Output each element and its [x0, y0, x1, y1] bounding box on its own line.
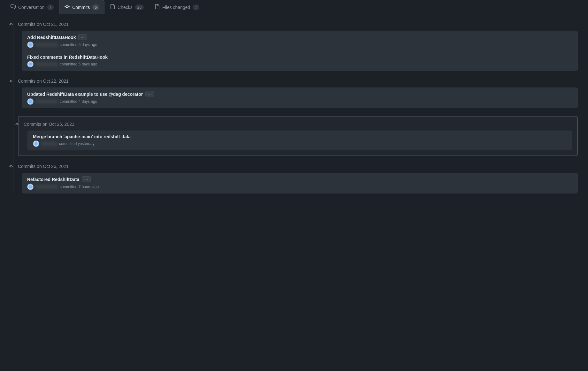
commit-dots-button[interactable]: ··· [145, 91, 154, 97]
commit-info: Merge branch 'apache:main' into redshift… [33, 134, 567, 147]
username-blur [35, 43, 58, 47]
tab-bar: Conversation 7 Commits 6 Checks 28 Files… [0, 0, 588, 14]
tab-files-changed[interactable]: Files changed 7 [149, 0, 205, 14]
commit-info: Updated RedshiftData example to use @dag… [27, 91, 572, 105]
commit-meta: committed yesterday [33, 140, 567, 147]
tab-label: Files changed [162, 5, 190, 10]
username-blur [35, 62, 58, 66]
commit-dots-button[interactable]: ··· [78, 34, 87, 40]
date-label: Commits on Oct 21, 2021 [18, 22, 69, 27]
commit-group-2: Commits on Oct 25, 2021 Merge branch 'ap… [18, 116, 578, 156]
tab-badge-checks: 28 [135, 4, 144, 10]
commit-dot-icon [9, 164, 14, 169]
username-blur [41, 142, 57, 146]
commits-container: Refactored RedshiftData ··· committed 7 … [22, 173, 578, 193]
avatar [27, 61, 34, 67]
timeline: Commits on Oct 21, 2021 Add RedshiftData… [10, 22, 578, 193]
committed-text: committed 7 hours ago [60, 185, 99, 189]
commits-container: Merge branch 'apache:main' into redshift… [27, 131, 572, 150]
avatar [27, 184, 34, 190]
commit-row: Fixed comments in RedshiftDataHook commi… [22, 51, 577, 71]
highlighted-group: Commits on Oct 25, 2021 Merge branch 'ap… [18, 116, 578, 156]
commit-title: Refactored RedshiftData ··· [27, 176, 572, 182]
commit-title: Add RedshiftDataHook ··· [27, 34, 572, 40]
tab-label: Checks [118, 5, 133, 10]
checks-icon [110, 4, 115, 10]
commit-title: Fixed comments in RedshiftDataHook [27, 55, 572, 60]
commit-title-text: Refactored RedshiftData [27, 177, 79, 182]
date-label: Commits on Oct 22, 2021 [18, 79, 69, 84]
committed-text: committed 5 days ago [60, 42, 97, 47]
commit-group-1: Commits on Oct 22, 2021 Updated Redshift… [18, 79, 578, 108]
commit-meta: committed 4 days ago [27, 98, 572, 105]
commit-dots-button[interactable]: ··· [82, 176, 91, 182]
commit-dot-icon [9, 22, 14, 27]
tab-label: Conversation [18, 5, 45, 10]
commit-group-0: Commits on Oct 21, 2021 Add RedshiftData… [18, 22, 578, 71]
avatar [33, 140, 39, 147]
tab-badge-files-changed: 7 [193, 4, 199, 10]
commit-group-3: Commits on Oct 26, 2021 Refactored Redsh… [18, 164, 578, 193]
date-header: Commits on Oct 21, 2021 [18, 22, 578, 27]
commit-title-text: Updated RedshiftData example to use @dag… [27, 92, 143, 97]
date-label: Commits on Oct 25, 2021 [24, 122, 74, 127]
commit-meta: committed 7 hours ago [27, 184, 572, 190]
commits-container: Updated RedshiftData example to use @dag… [22, 87, 578, 108]
tab-label: Commits [72, 5, 90, 10]
commit-title-text: Add RedshiftDataHook [27, 35, 76, 40]
commit-info: Refactored RedshiftData ··· committed 7 … [27, 176, 572, 190]
date-header: Commits on Oct 22, 2021 [18, 79, 578, 84]
commit-title-text: Merge branch 'apache:main' into redshift… [33, 134, 131, 139]
conversation-icon [11, 4, 16, 10]
tab-badge-conversation: 7 [47, 4, 54, 10]
avatar [27, 98, 34, 105]
commit-dot-icon [14, 122, 19, 127]
tab-badge-commits: 6 [92, 4, 99, 10]
commits-container: Add RedshiftDataHook ··· committed 5 day… [22, 31, 578, 71]
files-icon [155, 4, 160, 10]
tab-conversation[interactable]: Conversation 7 [5, 0, 59, 14]
commit-row: Updated RedshiftData example to use @dag… [22, 88, 577, 108]
commit-row: Merge branch 'apache:main' into redshift… [28, 131, 572, 150]
commit-title: Updated RedshiftData example to use @dag… [27, 91, 572, 97]
committed-text: committed 4 days ago [60, 99, 97, 104]
commit-info: Add RedshiftDataHook ··· committed 5 day… [27, 34, 572, 48]
main-content: Commits on Oct 21, 2021 Add RedshiftData… [0, 14, 588, 209]
commit-title-text: Fixed comments in RedshiftDataHook [27, 55, 108, 60]
date-label: Commits on Oct 26, 2021 [18, 164, 69, 169]
date-header: Commits on Oct 26, 2021 [18, 164, 578, 169]
commit-row: Add RedshiftDataHook ··· committed 5 day… [22, 31, 577, 51]
tab-checks[interactable]: Checks 28 [104, 0, 149, 14]
avatar [27, 42, 34, 48]
commit-title: Merge branch 'apache:main' into redshift… [33, 134, 567, 139]
committed-text: committed 5 days ago [60, 62, 97, 66]
commit-row: Refactored RedshiftData ··· committed 7 … [22, 173, 577, 193]
commit-dot-icon [9, 79, 14, 84]
commit-meta: committed 5 days ago [27, 42, 572, 48]
username-blur [35, 100, 58, 103]
commit-meta: committed 5 days ago [27, 61, 572, 67]
username-blur [35, 185, 58, 189]
commit-info: Fixed comments in RedshiftDataHook commi… [27, 55, 572, 67]
date-header: Commits on Oct 25, 2021 [24, 122, 572, 127]
commits-icon [65, 4, 70, 10]
committed-text: committed yesterday [59, 141, 95, 146]
tab-commits[interactable]: Commits 6 [59, 0, 104, 14]
